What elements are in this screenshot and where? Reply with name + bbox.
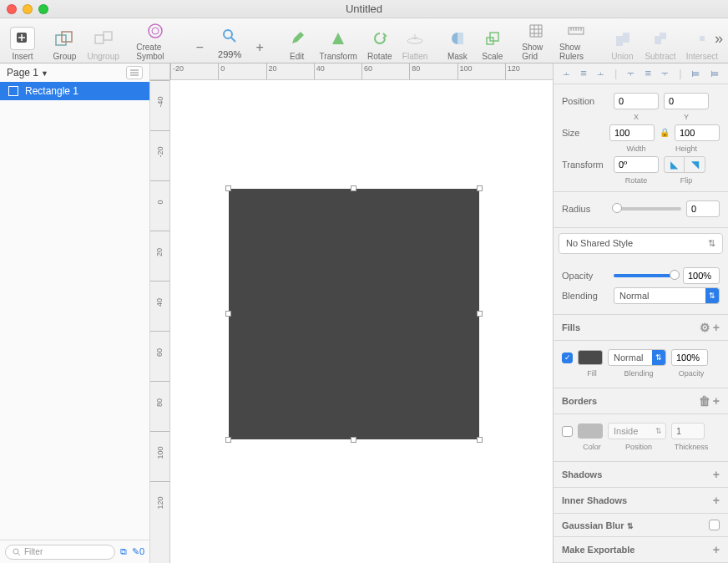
radius-slider[interactable] (614, 207, 681, 210)
opacity-input[interactable] (683, 267, 720, 284)
transform-icon (331, 31, 346, 46)
svg-rect-3 (95, 35, 104, 43)
zoom-out-tool[interactable]: − (187, 21, 212, 61)
height-input[interactable] (675, 124, 720, 141)
fill-color-swatch[interactable] (578, 350, 603, 365)
add-border-button[interactable]: + (713, 394, 720, 408)
svg-line-16 (18, 553, 20, 555)
selected-rectangle[interactable] (229, 189, 479, 439)
flip-v-icon[interactable]: ◥ (685, 157, 705, 172)
border-position-select[interactable]: Inside⇅ (608, 423, 666, 439)
add-shadow-button[interactable]: + (713, 468, 720, 481)
add-inner-shadow-button[interactable]: + (713, 494, 720, 507)
resize-handle-e[interactable] (477, 311, 483, 317)
group-tool[interactable]: Group (47, 21, 82, 61)
blending-label: Blending (562, 291, 609, 301)
layer-list: Rectangle 1 (0, 82, 149, 540)
scale-tool[interactable]: Scale (475, 21, 510, 61)
window-title: Untitled (0, 3, 728, 15)
show-grid-tool[interactable]: Show Grid (517, 21, 554, 61)
page-list-button[interactable] (126, 66, 143, 79)
gaussian-blur-header[interactable]: Gaussian Blur ⇅ (554, 514, 728, 537)
svg-rect-12 (490, 33, 498, 41)
align-right-icon[interactable]: ⫠ (595, 67, 606, 79)
blending-select[interactable]: Normal⇅ (614, 287, 720, 304)
grid-icon (528, 23, 543, 38)
slices-icon[interactable]: ✎0 (132, 546, 144, 557)
rotate-input[interactable] (614, 156, 659, 173)
lock-aspect-icon[interactable]: 🔒 (660, 128, 670, 137)
resize-handle-s[interactable] (351, 437, 356, 443)
subtract-icon (653, 31, 668, 46)
plus-icon (16, 32, 29, 45)
svg-rect-2 (62, 32, 72, 42)
fill-enable-checkbox[interactable]: ✓ (562, 353, 573, 363)
mask-tool[interactable]: Mask (440, 21, 475, 61)
canvas[interactable] (170, 80, 553, 563)
toolbar: Insert Group Ungroup Create Symbol − 299… (0, 18, 728, 63)
add-export-button[interactable]: + (713, 543, 720, 556)
filter-input[interactable]: Filter (5, 545, 115, 560)
svg-rect-4 (104, 32, 112, 40)
shadows-header[interactable]: Shadows+ (554, 462, 728, 488)
distribute-v-icon[interactable]: ⫢ (710, 67, 720, 79)
align-left-icon[interactable]: ⫠ (561, 67, 572, 79)
resize-handle-se[interactable] (477, 437, 483, 443)
position-x-input[interactable] (614, 93, 659, 109)
subtract-tool: Subtract (640, 21, 680, 61)
flip-h-icon[interactable]: ◣ (665, 157, 685, 172)
radius-input[interactable] (686, 200, 720, 217)
insert-tool[interactable]: Insert (5, 21, 40, 61)
resize-handle-w[interactable] (225, 311, 231, 317)
fill-opacity-input[interactable] (671, 349, 708, 366)
inner-shadows-header[interactable]: Inner Shadows+ (554, 488, 728, 514)
make-exportable-header[interactable]: Make Exportable+ (554, 537, 728, 563)
svg-line-7 (231, 38, 235, 42)
blur-enable-checkbox[interactable] (709, 520, 720, 530)
svg-rect-1 (56, 35, 66, 45)
canvas-area[interactable]: -200 2040 6080 100120 -40-20 020 4060 80… (150, 63, 553, 563)
rotate-icon (372, 31, 387, 46)
align-center-h-icon[interactable]: ≡ (580, 67, 587, 79)
ungroup-tool: Ungroup (82, 21, 124, 61)
group-icon (55, 31, 73, 46)
page-selector[interactable]: Page 1▼ (7, 67, 48, 79)
border-color-swatch[interactable] (578, 424, 603, 439)
vertical-ruler[interactable]: -40-20 020 4060 80100 120 (150, 80, 170, 563)
horizontal-ruler[interactable]: -200 2040 6080 100120 (170, 63, 553, 80)
add-fill-button[interactable]: + (713, 321, 720, 334)
fill-blending-select[interactable]: Normal⇅ (608, 349, 666, 366)
fills-settings-icon[interactable]: ⚙ (700, 321, 710, 334)
ruler-icon (568, 25, 584, 37)
zoom-in-tool[interactable]: + (247, 21, 272, 61)
show-rulers-tool[interactable]: Show Rulers (554, 21, 598, 61)
width-input[interactable] (609, 124, 655, 141)
resize-handle-nw[interactable] (225, 185, 231, 191)
resize-handle-ne[interactable] (477, 185, 483, 191)
rotate-tool[interactable]: Rotate (362, 21, 397, 61)
flatten-icon (407, 33, 423, 44)
border-thickness-input[interactable] (671, 423, 705, 439)
align-top-icon[interactable]: ⫟ (625, 67, 636, 79)
shared-style-select[interactable]: No Shared Style⇅ (559, 233, 723, 254)
align-center-v-icon[interactable]: ≡ (645, 67, 652, 79)
opacity-slider[interactable] (614, 274, 678, 277)
border-enable-checkbox[interactable] (562, 426, 573, 437)
toolbar-overflow-button[interactable]: » (715, 30, 723, 48)
position-y-input[interactable] (664, 93, 709, 109)
svg-point-5 (149, 24, 162, 38)
flip-buttons[interactable]: ◣◥ (664, 156, 705, 173)
transform-tool[interactable]: Transform (315, 21, 362, 61)
pages-icon[interactable]: ⧉ (120, 546, 127, 557)
align-bottom-icon[interactable]: ⫟ (660, 67, 670, 79)
layer-item-rectangle-1[interactable]: Rectangle 1 (0, 82, 149, 100)
resize-handle-n[interactable] (351, 185, 356, 191)
create-symbol-tool[interactable]: Create Symbol (131, 21, 180, 61)
edit-tool[interactable]: Edit (280, 21, 315, 61)
resize-handle-sw[interactable] (225, 437, 231, 443)
zoom-tool[interactable]: 299% (212, 21, 247, 61)
distribute-h-icon[interactable]: ⫢ (690, 67, 701, 79)
borders-header: Borders 🗑 + (554, 388, 728, 414)
delete-border-icon[interactable]: 🗑 (699, 394, 710, 408)
rectangle-icon (8, 86, 18, 96)
